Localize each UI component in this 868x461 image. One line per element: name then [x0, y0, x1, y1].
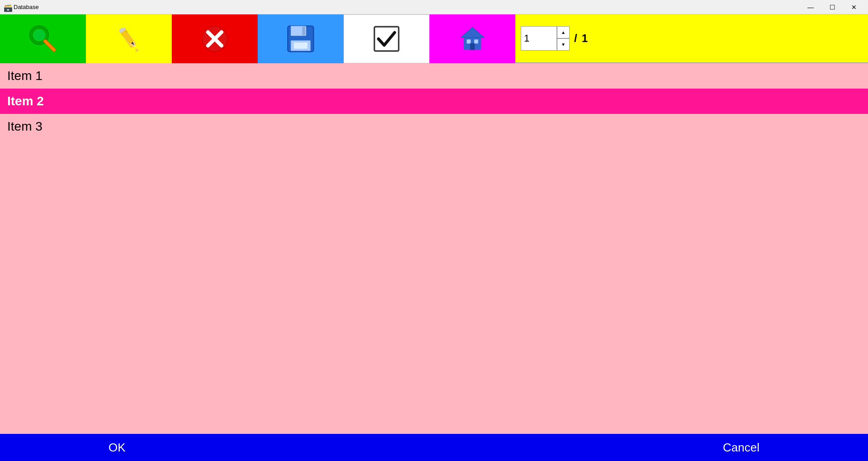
search-button[interactable] [0, 14, 86, 63]
svg-marker-7 [133, 47, 139, 52]
close-button[interactable]: ✕ [844, 1, 864, 14]
toolbar: ▲ ▼ / 1 [0, 14, 868, 63]
title-bar: 🗃️ Database — ☐ ✕ [0, 0, 868, 14]
footer: OK Cancel [0, 434, 868, 461]
minimize-button[interactable]: — [800, 1, 821, 14]
content-area: Item 1 Item 2 Item 3 [0, 63, 868, 434]
window-title: Database [14, 4, 39, 10]
check-icon [372, 24, 401, 53]
floppy-icon [285, 24, 316, 54]
cancel-button[interactable]: Cancel [705, 437, 778, 458]
svg-rect-26 [470, 43, 475, 50]
page-total: 1 [582, 32, 588, 45]
edit-button[interactable] [86, 14, 172, 63]
page-down-button[interactable]: ▼ [557, 38, 570, 51]
maximize-button[interactable]: ☐ [822, 1, 843, 14]
svg-line-3 [45, 41, 54, 50]
home-button[interactable] [429, 14, 515, 63]
svg-rect-20 [302, 27, 305, 35]
window-controls: — ☐ ✕ [800, 1, 864, 14]
pencil-icon [114, 24, 144, 54]
svg-rect-28 [474, 39, 478, 43]
svg-rect-22 [294, 42, 307, 49]
svg-point-4 [33, 29, 45, 41]
page-spinner: ▲ ▼ [557, 26, 570, 51]
list-item[interactable]: Item 3 [0, 114, 868, 139]
list-item[interactable]: Item 1 [0, 63, 868, 89]
page-input-wrapper: ▲ ▼ [521, 26, 570, 51]
page-up-button[interactable]: ▲ [557, 26, 570, 38]
save-button[interactable] [258, 14, 344, 63]
x-icon [199, 24, 230, 54]
delete-button[interactable] [172, 14, 258, 63]
ok-button[interactable]: OK [90, 437, 144, 458]
search-icon [27, 23, 59, 55]
svg-rect-27 [467, 39, 471, 43]
list-item[interactable]: Item 2 [0, 89, 868, 114]
check-button[interactable] [344, 14, 429, 63]
page-input[interactable] [521, 26, 557, 51]
app-icon: 🗃️ [4, 4, 11, 11]
house-icon [458, 24, 487, 53]
page-separator: / [571, 32, 580, 45]
pagination-area: ▲ ▼ / 1 [515, 14, 868, 62]
